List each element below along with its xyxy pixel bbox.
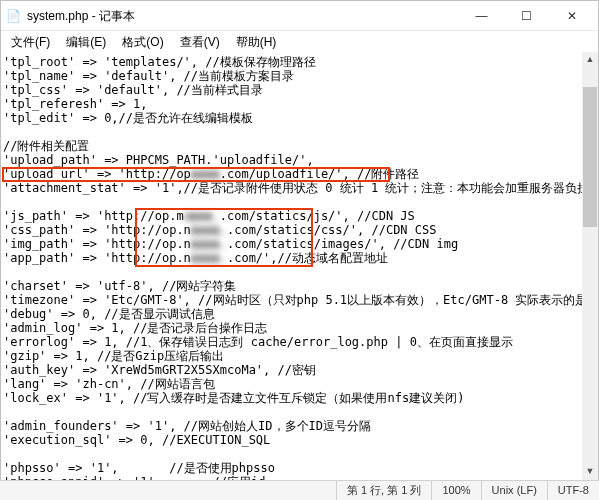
menubar: 文件(F) 编辑(E) 格式(O) 查看(V) 帮助(H) <box>1 31 598 53</box>
code-line: 'css_path' => 'http://op.n▮▮▮▮..com/stat… <box>3 223 436 237</box>
menu-format[interactable]: 格式(O) <box>114 31 171 53</box>
masked-domain: ▮▮▮▮ <box>191 167 220 181</box>
code-line <box>3 447 10 461</box>
status-eol: Unix (LF) <box>481 481 547 500</box>
code-line: 'lang' => 'zh-cn', //网站语言包 <box>3 377 215 391</box>
code-line: 'gzip' => 1, //是否Gzip压缩后输出 <box>3 349 224 363</box>
scroll-down-icon[interactable]: ▼ <box>582 464 598 480</box>
code-line <box>3 265 10 279</box>
code-line <box>3 405 10 419</box>
code-line <box>3 195 10 209</box>
masked-domain: ▮▮▮▮. <box>191 223 227 237</box>
masked-domain: ▮▮▮▮. <box>191 251 227 265</box>
code-line: 'lock_ex' => '1', //写入缓存时是否建立文件互斥锁定（如果使用… <box>3 391 464 405</box>
code-line: 'admin_founders' => '1', //网站创始人ID，多个ID逗… <box>3 419 371 433</box>
menu-help[interactable]: 帮助(H) <box>228 31 285 53</box>
status-zoom: 100% <box>431 481 480 500</box>
code-line: 'js_path' => 'http://op.ma▮▮▮..com/stati… <box>3 209 415 223</box>
titlebar: 📄 system.php - 记事本 — ☐ ✕ <box>1 1 598 31</box>
masked-domain: ▮▮▮▮. <box>191 237 227 251</box>
scroll-thumb[interactable] <box>583 87 597 227</box>
code-line: 'errorlog' => 1, //1、保存错误日志到 cache/error… <box>3 335 513 349</box>
code-line: 'execution_sql' => 0, //EXECUTION_SQL <box>3 433 270 447</box>
code-line: 'charset' => 'utf-8', //网站字符集 <box>3 279 236 293</box>
code-line: 'tpl_root' => 'templates/', //模板保存物理路径 <box>3 55 316 69</box>
menu-edit[interactable]: 编辑(E) <box>58 31 114 53</box>
code-line: 'tpl_name' => 'default', //当前模板方案目录 <box>3 69 294 83</box>
notepad-icon: 📄 <box>5 8 21 24</box>
code-line: 'app_path' => 'http://op.n▮▮▮▮..com/',//… <box>3 251 388 265</box>
minimize-button[interactable]: — <box>459 2 504 30</box>
code-line: 'timezone' => 'Etc/GMT-8', //网站时区（只对php … <box>3 293 598 307</box>
code-line: 'tpl_edit' => 0,//是否允许在线编辑模板 <box>3 111 253 125</box>
window-title: system.php - 记事本 <box>27 7 459 25</box>
close-button[interactable]: ✕ <box>549 2 594 30</box>
code-line: 'tpl_css' => 'default', //当前样式目录 <box>3 83 263 97</box>
code-line: 'upload_url' => 'http://op▮▮▮▮.com/uploa… <box>3 167 419 181</box>
code-line: 'auth_key' => 'XreWd5mGRT2X5SXmcoMa', //… <box>3 363 316 377</box>
code-line: 'admin_log' => 1, //是否记录后台操作日志 <box>3 321 268 335</box>
code-line: 'upload_path' => PHPCMS_PATH.'uploadfile… <box>3 153 314 167</box>
editor-content[interactable]: 'tpl_root' => 'templates/', //模板保存物理路径 '… <box>1 53 598 481</box>
status-encoding: UTF-8 <box>547 481 599 500</box>
status-position: 第 1 行, 第 1 列 <box>336 481 432 500</box>
menu-file[interactable]: 文件(F) <box>3 31 58 53</box>
masked-domain: a▮▮▮. <box>184 209 220 223</box>
vertical-scrollbar[interactable]: ▲ ▼ <box>582 52 598 480</box>
maximize-button[interactable]: ☐ <box>504 2 549 30</box>
statusbar: 第 1 行, 第 1 列 100% Unix (LF) UTF-8 <box>0 480 599 500</box>
code-line: 'attachment_stat' => '1',//是否记录附件使用状态 0 … <box>3 181 589 195</box>
window-controls: — ☐ ✕ <box>459 2 594 30</box>
code-line: 'phpsso' => '1', //是否使用phpsso <box>3 461 275 475</box>
code-line: 'img_path' => 'http://op.n▮▮▮▮..com/stat… <box>3 237 458 251</box>
code-line: 'tpl_referesh' => 1, <box>3 97 148 111</box>
menu-view[interactable]: 查看(V) <box>172 31 228 53</box>
code-line <box>3 125 10 139</box>
code-line: //附件相关配置 <box>3 139 89 153</box>
code-line: 'debug' => 0, //是否显示调试信息 <box>3 307 215 321</box>
scroll-up-icon[interactable]: ▲ <box>582 52 598 68</box>
